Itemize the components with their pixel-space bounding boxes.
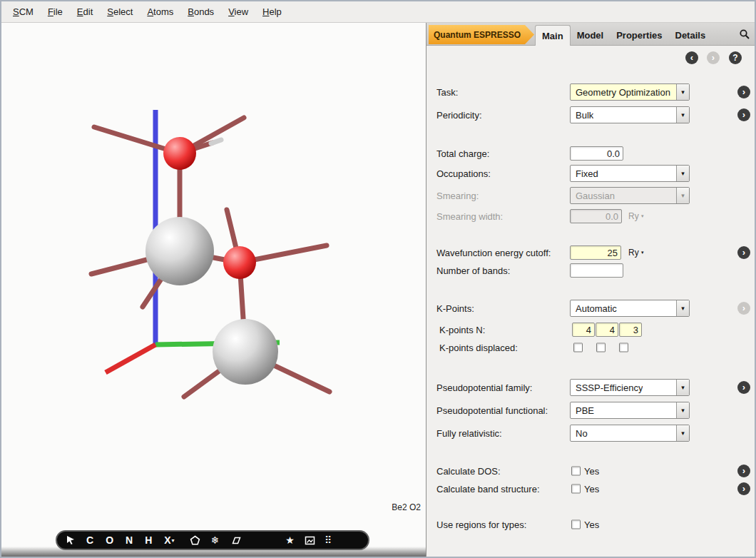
search-icon[interactable] [739, 29, 750, 40]
smearing-width-unit-dropdown: Ry ▾ [628, 211, 644, 221]
forward-button[interactable]: › [707, 51, 720, 64]
menu-select[interactable]: Select [100, 4, 140, 20]
atom-metal-1[interactable] [145, 217, 214, 285]
plane-tool-icon[interactable] [230, 532, 241, 549]
calc-band-detail-button[interactable]: › [737, 482, 750, 495]
smearing-width-input [570, 209, 622, 223]
pseudo-functional-row: Pseudopotential functional: PBE ▾ [426, 402, 756, 419]
kpoints-n-row: K-points N: [426, 321, 756, 338]
menu-bonds[interactable]: Bonds [180, 4, 221, 20]
axis-x [106, 345, 155, 372]
cutoff-unit-dropdown[interactable]: Ry ▾ [628, 248, 644, 258]
element-c-button[interactable]: C [86, 532, 93, 549]
total-charge-input[interactable] [570, 146, 623, 161]
relativistic-dropdown[interactable]: No ▾ [570, 425, 690, 442]
calc-band-label: Calculate band structure: [436, 484, 540, 494]
tab-properties[interactable]: Properties [610, 25, 668, 46]
task-dropdown[interactable]: Geometry Optimization ▾ [570, 83, 690, 101]
cutoff-row: Wavefunction energy cutoff: Ry ▾ › [426, 244, 756, 261]
relativistic-label: Fully relativistic: [436, 428, 502, 439]
back-button[interactable]: ‹ [685, 51, 698, 64]
chevron-down-icon: ▾ [641, 250, 644, 255]
task-row: Task: Geometry Optimization ▾ › [426, 83, 756, 101]
calc-dos-label: Calculate DOS: [436, 466, 501, 477]
use-regions-checkbox-label: Yes [584, 519, 599, 530]
star-tool-icon[interactable]: ★ [285, 532, 295, 549]
app-selector-tab[interactable]: Quantum ESPRESSO [429, 25, 534, 44]
kpoints-dropdown[interactable]: Automatic ▾ [570, 300, 690, 317]
kpoints-detail-button: › [737, 302, 750, 315]
element-x-button[interactable]: X ▾ [164, 532, 174, 549]
calc-dos-detail-button[interactable]: › [737, 465, 750, 477]
cutoff-detail-button[interactable]: › [737, 246, 750, 259]
atom-oxygen-2[interactable] [223, 246, 256, 279]
pseudo-family-label: Pseudopotential family: [436, 382, 532, 393]
kpoints-displaced-2-checkbox[interactable] [596, 343, 606, 352]
use-regions-checkbox[interactable] [571, 520, 581, 529]
element-n-button[interactable]: N [126, 532, 133, 549]
chevron-down-icon: ▾ [172, 537, 175, 544]
element-o-button[interactable]: O [106, 532, 113, 549]
menu-atoms[interactable]: Atoms [140, 4, 180, 20]
settings-panel: Quantum ESPRESSO Main Model Properties D… [426, 23, 756, 558]
calc-dos-row: Calculate DOS: Yes › [426, 462, 756, 480]
tab-details[interactable]: Details [669, 25, 712, 46]
calc-dos-checkbox-label: Yes [584, 466, 599, 477]
chevron-down-icon: ▾ [676, 425, 689, 441]
element-h-button[interactable]: H [145, 532, 152, 549]
ring-tool-icon[interactable] [190, 532, 200, 549]
tab-main[interactable]: Main [535, 25, 571, 46]
tab-model[interactable]: Model [571, 25, 611, 46]
application-window: { "menu": { "items": [ {"label": "SCM"},… [0, 0, 756, 558]
menu-view[interactable]: View [221, 4, 255, 20]
kpoints-displaced-1-checkbox[interactable] [573, 343, 583, 352]
use-regions-label: Use regions for types: [436, 519, 526, 530]
periodicity-row: Periodicity: Bulk ▾ › [426, 106, 756, 123]
pseudo-family-dropdown[interactable]: SSSP-Efficiency ▾ [570, 379, 690, 396]
kpoints-n2-input[interactable] [596, 323, 618, 337]
molecule-viewer[interactable]: Be2 O2 C O N H X ▾ ❄ ★ ⠿ [1, 23, 426, 558]
task-detail-button[interactable]: › [737, 86, 750, 98]
atom-oxygen-1[interactable] [163, 137, 196, 170]
menu-scm[interactable]: SCM [6, 4, 41, 20]
frame-tool-icon[interactable] [305, 532, 315, 549]
atom-metal-2[interactable] [213, 319, 278, 385]
pseudo-functional-dropdown[interactable]: PBE ▾ [570, 402, 690, 419]
pointer-tool-icon[interactable] [66, 532, 76, 549]
num-bands-label: Number of bands: [436, 265, 510, 276]
calc-band-checkbox[interactable] [571, 485, 581, 494]
periodicity-detail-button[interactable]: › [737, 108, 750, 121]
kpoints-displaced-label: K-points displaced: [439, 343, 518, 353]
menu-help[interactable]: Help [255, 4, 289, 20]
kpoints-n1-input[interactable] [572, 323, 595, 337]
smearing-row: Smearing: Gaussian ▾ [426, 187, 756, 204]
chevron-down-icon: ▾ [676, 84, 689, 100]
menu-edit[interactable]: Edit [70, 4, 100, 20]
pseudo-family-detail-button[interactable]: › [737, 381, 750, 394]
help-button[interactable]: ? [729, 51, 742, 64]
chevron-down-icon: ▾ [676, 188, 689, 203]
molecule-viewport[interactable] [1, 23, 425, 558]
periodicity-dropdown[interactable]: Bulk ▾ [570, 106, 690, 123]
kpoints-displaced-3-checkbox[interactable] [619, 343, 628, 352]
kpoints-n3-input[interactable] [619, 323, 642, 337]
num-bands-input[interactable] [570, 263, 623, 278]
kpoints-displaced-row: K-points displaced: [426, 339, 756, 356]
use-regions-row: Use regions for types: Yes [426, 516, 756, 533]
calc-dos-checkbox[interactable] [571, 467, 581, 476]
occupations-row: Occupations: Fixed ▾ [426, 165, 756, 182]
periodicity-label: Periodicity: [436, 110, 482, 121]
chevron-down-icon: ▾ [676, 380, 689, 395]
menu-file[interactable]: File [41, 4, 70, 20]
kpoints-label: K-Points: [436, 303, 474, 314]
team-tool-icon[interactable]: ⠿ [325, 532, 332, 549]
menu-bar: SCM File Edit Select Atoms Bonds View He… [1, 1, 755, 23]
chevron-down-icon: ▾ [676, 300, 689, 316]
occupations-dropdown[interactable]: Fixed ▾ [570, 165, 690, 182]
smearing-label: Smearing: [436, 191, 479, 201]
occupations-label: Occupations: [436, 168, 491, 179]
cutoff-input[interactable] [570, 245, 621, 260]
crystal-tool-icon[interactable]: ❄ [211, 532, 220, 549]
chevron-down-icon: ▾ [641, 213, 644, 218]
kpoints-n-label: K-points N: [439, 325, 485, 335]
